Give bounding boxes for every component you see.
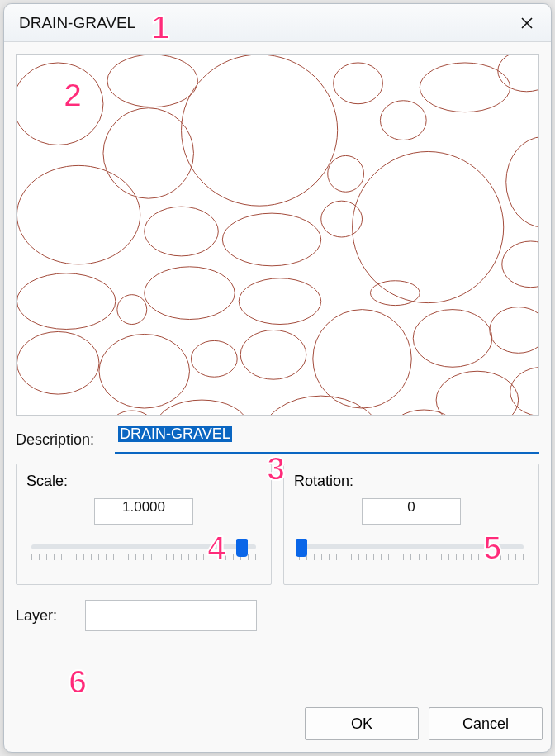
scale-label: Scale: [26,473,261,490]
svg-point-28 [436,371,519,415]
svg-point-11 [222,213,320,266]
svg-point-26 [413,310,492,368]
scale-slider[interactable] [26,538,261,571]
svg-point-8 [103,108,193,198]
svg-point-4 [380,101,426,140]
rotation-panel: Rotation: 0 [283,464,539,585]
close-icon [520,17,534,30]
svg-point-27 [490,307,538,354]
svg-point-20 [239,278,321,325]
svg-point-19 [145,267,235,320]
rotation-slider[interactable] [294,538,529,571]
svg-point-7 [506,137,538,227]
svg-point-18 [117,295,147,325]
description-label: Description: [16,431,107,449]
svg-point-15 [502,241,538,288]
scale-input[interactable]: 1.0000 [94,498,193,525]
svg-point-31 [157,400,247,415]
svg-point-5 [420,63,510,112]
rotation-label: Rotation: [294,473,529,490]
ok-button[interactable]: OK [305,707,419,740]
svg-point-6 [498,55,538,92]
svg-point-17 [17,273,115,330]
svg-point-2 [182,55,338,206]
svg-point-14 [353,151,504,302]
svg-point-29 [510,367,538,415]
layer-label: Layer: [16,607,74,625]
description-input[interactable]: DRAIN-GRAVEL [115,426,539,454]
svg-point-22 [99,334,189,408]
scale-panel: Scale: 1.0000 [16,464,272,585]
svg-point-9 [17,165,140,264]
layer-input[interactable] [85,600,257,631]
close-button[interactable] [513,9,541,37]
scale-slider-thumb[interactable] [236,539,248,557]
svg-point-33 [389,410,458,415]
svg-point-13 [321,201,363,237]
svg-point-0 [17,63,103,145]
svg-point-32 [259,396,382,415]
svg-point-10 [145,207,219,256]
svg-point-23 [191,340,237,377]
pattern-preview [16,54,539,416]
cancel-button[interactable]: Cancel [429,707,543,740]
rotation-input[interactable]: 0 [362,498,461,525]
svg-point-16 [370,281,420,306]
svg-point-30 [109,411,155,415]
svg-point-24 [240,330,306,379]
titlebar: DRAIN-GRAVEL [4,4,551,42]
svg-point-12 [328,155,364,192]
svg-point-1 [107,55,197,107]
description-selected-text: DRAIN-GRAVEL [118,426,232,442]
rotation-slider-thumb[interactable] [296,539,307,557]
window-title: DRAIN-GRAVEL [19,14,513,32]
svg-point-25 [313,310,411,408]
svg-point-21 [17,331,99,394]
svg-point-3 [334,63,383,104]
